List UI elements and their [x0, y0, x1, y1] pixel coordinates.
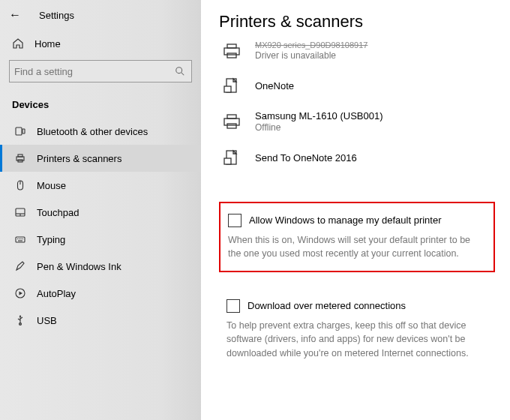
- nav-home-label: Home: [34, 38, 61, 50]
- keyboard-icon: [14, 233, 26, 245]
- device-item[interactable]: MX920 series_D90D98108917 Driver is unav…: [219, 40, 501, 71]
- default-printer-label: Allow Windows to manage my default print…: [249, 214, 442, 226]
- sidebar-item-bluetooth[interactable]: Bluetooth & other devices: [0, 118, 201, 145]
- svg-rect-22: [227, 53, 236, 58]
- search-container: [0, 56, 201, 93]
- svg-rect-20: [224, 48, 239, 55]
- sidebar-item-label: AutoPlay: [37, 288, 76, 299]
- sidebar-item-mouse[interactable]: Mouse: [0, 172, 201, 199]
- metered-description: To help prevent extra charges, keep this…: [226, 319, 501, 359]
- device-item[interactable]: OneNote: [219, 71, 501, 104]
- svg-point-0: [176, 68, 182, 74]
- document-icon: [222, 77, 242, 94]
- sidebar-item-label: Pen & Windows Ink: [37, 261, 122, 272]
- sidebar-item-usb[interactable]: USB: [0, 307, 201, 334]
- svg-rect-21: [227, 44, 236, 48]
- sidebar-item-label: Touchpad: [37, 207, 79, 218]
- device-name: Samsung ML-1610 (USB001): [255, 110, 383, 122]
- printer-icon: [222, 43, 242, 59]
- svg-rect-12: [16, 237, 25, 242]
- sidebar-item-printers[interactable]: Printers & scanners: [0, 145, 201, 172]
- svg-rect-24: [224, 86, 231, 92]
- printer-icon: [14, 152, 26, 164]
- bluetooth-icon: [14, 125, 26, 137]
- device-name: OneNote: [255, 80, 294, 92]
- svg-rect-5: [18, 154, 22, 157]
- sidebar-nav: Bluetooth & other devices Printers & sca…: [0, 118, 201, 334]
- device-status: Offline: [255, 122, 383, 133]
- back-arrow-icon[interactable]: ←: [9, 9, 21, 21]
- home-icon: [12, 38, 24, 50]
- sidebar-item-label: Bluetooth & other devices: [37, 126, 148, 137]
- autoplay-icon: [14, 287, 26, 299]
- usb-icon: [14, 314, 26, 326]
- touchpad-icon: [14, 206, 26, 218]
- device-name: Send To OneNote 2016: [255, 152, 357, 164]
- sidebar-item-label: USB: [37, 315, 57, 326]
- sidebar-item-autoplay[interactable]: AutoPlay: [0, 280, 201, 307]
- device-item[interactable]: Send To OneNote 2016: [219, 143, 501, 176]
- default-printer-checkbox[interactable]: [228, 214, 242, 227]
- pen-icon: [14, 260, 26, 272]
- svg-line-1: [182, 73, 184, 76]
- app-title: Settings: [39, 10, 74, 21]
- metered-checkbox[interactable]: [226, 299, 240, 313]
- svg-marker-19: [20, 315, 22, 317]
- document-icon: [222, 149, 242, 166]
- svg-rect-29: [224, 158, 231, 164]
- metered-label: Download over metered connections: [248, 299, 406, 311]
- sidebar-item-label: Typing: [37, 234, 65, 245]
- default-printer-option: Allow Windows to manage my default print…: [219, 202, 495, 272]
- metered-option: Download over metered connections To hel…: [219, 299, 501, 359]
- default-printer-description: When this is on, Windows will set your d…: [228, 233, 483, 260]
- printer-icon: [222, 113, 242, 130]
- sidebar-item-pen[interactable]: Pen & Windows Ink: [0, 253, 201, 280]
- sidebar-item-label: Mouse: [37, 180, 66, 191]
- nav-home[interactable]: Home: [0, 32, 201, 56]
- svg-rect-26: [227, 115, 236, 118]
- sidebar: ← Settings Home Devices Bluetooth & othe…: [0, 0, 201, 420]
- mouse-icon: [14, 179, 26, 191]
- svg-rect-27: [227, 124, 236, 128]
- device-name: MX920 series_D90D98108917: [255, 40, 368, 50]
- main-content: Printers & scanners MX920 series_D90D981…: [201, 0, 510, 420]
- sidebar-item-typing[interactable]: Typing: [0, 226, 201, 253]
- search-icon: [175, 66, 185, 76]
- titlebar: ← Settings: [0, 6, 201, 32]
- sidebar-item-label: Printers & scanners: [37, 153, 122, 164]
- search-input[interactable]: [14, 66, 175, 77]
- page-title: Printers & scanners: [219, 12, 501, 32]
- sidebar-section-heading: Devices: [0, 93, 201, 118]
- device-item[interactable]: Samsung ML-1610 (USB001) Offline: [219, 104, 501, 143]
- svg-rect-2: [16, 128, 22, 135]
- search-box[interactable]: [9, 60, 192, 82]
- svg-rect-3: [22, 129, 25, 134]
- svg-marker-16: [20, 292, 23, 296]
- sidebar-item-touchpad[interactable]: Touchpad: [0, 199, 201, 226]
- device-status: Driver is unavailable: [255, 50, 368, 61]
